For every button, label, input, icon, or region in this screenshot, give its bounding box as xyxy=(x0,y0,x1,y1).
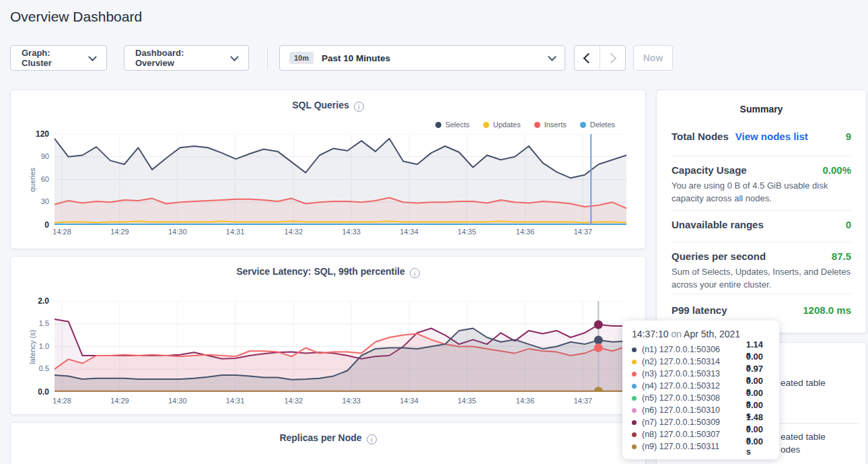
capacity-value: 0.00% xyxy=(822,164,851,176)
x-axis-tick: 14:28 xyxy=(48,397,75,405)
x-axis-tick: 14:35 xyxy=(454,228,480,236)
info-icon[interactable]: i xyxy=(354,102,364,112)
capacity-label: Capacity Usage xyxy=(672,164,747,176)
legend-item[interactable]: Inserts xyxy=(534,121,567,129)
summary-row-total-nodes: Total Nodes View nodes list 9 xyxy=(672,131,851,142)
replicas-per-node-panel: Replicas per Nodei xyxy=(10,422,646,464)
x-axis-tick: 14:29 xyxy=(106,228,133,236)
chart-title: SQL Queriesi xyxy=(11,100,645,112)
service-latency-chart-area[interactable] xyxy=(55,301,626,392)
time-nav-group xyxy=(574,45,626,71)
node-color-dot-icon xyxy=(632,432,637,437)
x-axis-tick: 14:33 xyxy=(338,397,365,405)
x-axis-tick: 14:32 xyxy=(280,228,307,236)
node-color-dot-icon xyxy=(632,384,637,389)
total-nodes-value: 9 xyxy=(846,131,851,142)
time-range-dropdown[interactable]: 10m Past 10 Minutes xyxy=(279,45,565,71)
x-axis-tick: 14:28 xyxy=(48,228,75,236)
tooltip-node-address: (n2) 127.0.0.1:50314 xyxy=(642,357,741,366)
tooltip-node-address: (n1) 127.0.0.1:50306 xyxy=(642,345,741,354)
y-axis-tick: 0 xyxy=(17,220,49,230)
summary-row-qps: Queries per second 87.5 xyxy=(672,251,851,262)
summary-title: Summary xyxy=(657,104,866,114)
x-axis-tick: 14:35 xyxy=(454,397,480,405)
x-axis-tick: 14:34 xyxy=(396,397,423,405)
x-axis-tick: 14:32 xyxy=(280,397,307,405)
x-axis-tick: 14:36 xyxy=(512,397,539,405)
node-color-dot-icon xyxy=(632,347,637,352)
tooltip-time: 14:37:10 xyxy=(632,329,669,339)
tooltip-node-address: (n8) 127.0.0.1:50307 xyxy=(642,430,741,439)
legend-label: Selects xyxy=(445,121,470,129)
dashboard-dropdown[interactable]: Dashboard: Overview xyxy=(124,45,249,71)
capacity-subtext: You are using 0 B of 4.5 GiB usable disk… xyxy=(672,179,854,205)
event-item-text[interactable]: odes xyxy=(781,444,800,455)
chevron-down-icon xyxy=(230,53,239,61)
node-color-dot-icon xyxy=(632,360,637,364)
time-range-badge: 10m xyxy=(289,52,314,64)
tooltip-node-address: (n7) 127.0.0.1:50309 xyxy=(642,418,741,427)
summary-row-p99: P99 latency 1208.0 ms xyxy=(672,304,851,316)
tooltip-node-address: (n4) 127.0.0.1:50312 xyxy=(642,381,741,391)
node-color-dot-icon xyxy=(632,372,637,376)
unavailable-ranges-label: Unavailable ranges xyxy=(672,219,764,230)
x-axis-tick: 14:36 xyxy=(512,228,539,236)
info-icon[interactable]: i xyxy=(410,268,420,278)
y-axis-tick: 2.0 xyxy=(17,296,49,306)
graph-dropdown-label: Graph: Cluster xyxy=(22,48,81,68)
tooltip-row: (n9) 127.0.0.1:503110.00 s xyxy=(632,440,770,453)
p99-latency-value: 1208.0 ms xyxy=(803,304,851,316)
total-nodes-label: Total Nodes xyxy=(672,131,729,142)
legend-dot-icon xyxy=(580,122,586,128)
legend-label: Updates xyxy=(493,121,521,129)
qps-value: 87.5 xyxy=(832,251,851,262)
x-axis-tick: 14:37 xyxy=(569,397,596,405)
x-axis-tick: 14:30 xyxy=(164,228,191,236)
now-button[interactable]: Now xyxy=(633,45,673,71)
y-axis-label: queries xyxy=(28,167,36,191)
node-color-dot-icon xyxy=(632,396,637,401)
x-axis-tick: 14:33 xyxy=(338,228,365,236)
legend-dot-icon xyxy=(483,122,489,128)
toolbar-divider xyxy=(267,47,268,69)
chevron-down-icon xyxy=(548,53,556,61)
unavailable-ranges-value: 0 xyxy=(846,219,851,230)
legend-dot-icon xyxy=(435,122,441,128)
node-color-dot-icon xyxy=(632,444,637,449)
summary-divider xyxy=(672,294,851,294)
chart-title-text: SQL Queries xyxy=(292,100,349,110)
legend-item[interactable]: Updates xyxy=(483,121,521,129)
chart-legend: SelectsUpdatesInsertsDeletes xyxy=(435,121,615,129)
sql-queries-panel: SQL Queriesi SelectsUpdatesInsertsDelete… xyxy=(10,90,646,249)
chart-title: Service Latency: SQL, 99th percentilei xyxy=(11,266,645,278)
tooltip-node-address: (n5) 127.0.0.1:50308 xyxy=(642,393,741,403)
legend-item[interactable]: Selects xyxy=(435,121,470,129)
chart-title: Replicas per Nodei xyxy=(11,432,645,444)
time-forward-button[interactable] xyxy=(600,46,625,70)
legend-item[interactable]: Deletes xyxy=(580,121,615,129)
tooltip-node-address: (n3) 127.0.0.1:50313 xyxy=(642,369,741,378)
sql-queries-chart-area[interactable] xyxy=(55,134,626,225)
summary-divider xyxy=(672,156,851,156)
tooltip-rows: (n1) 127.0.0.1:503061.14 s(n2) 127.0.0.1… xyxy=(632,343,770,453)
overview-dashboard-page: Overview Dashboard Graph: Cluster Dashbo… xyxy=(0,0,868,464)
y-axis-tick: 1.5 xyxy=(17,319,49,327)
info-icon[interactable]: i xyxy=(367,434,377,444)
event-item-text[interactable]: eated table xyxy=(781,432,826,442)
y-axis-tick: 0.5 xyxy=(17,364,49,372)
graph-dropdown[interactable]: Graph: Cluster xyxy=(10,45,107,71)
summary-panel: Summary Total Nodes View nodes list 9 Ca… xyxy=(656,90,867,333)
x-axis-tick: 14:30 xyxy=(164,397,191,405)
tooltip-node-address: (n6) 127.0.0.1:50310 xyxy=(642,405,741,415)
tooltip-date: Apr 5th, 2021 xyxy=(684,329,740,339)
view-nodes-list-link[interactable]: View nodes list xyxy=(735,131,808,142)
x-axis-tick: 14:37 xyxy=(569,228,596,236)
summary-row-unavailable: Unavailable ranges 0 xyxy=(672,219,851,230)
chart-title-text: Replicas per Node xyxy=(279,432,361,443)
chevron-down-icon xyxy=(88,53,97,61)
time-range-label: Past 10 Minutes xyxy=(322,53,541,63)
time-back-button[interactable] xyxy=(575,46,600,70)
event-item-text[interactable]: eated table xyxy=(781,378,826,388)
chevron-left-icon xyxy=(583,53,594,63)
p99-latency-label: P99 latency xyxy=(672,304,727,316)
